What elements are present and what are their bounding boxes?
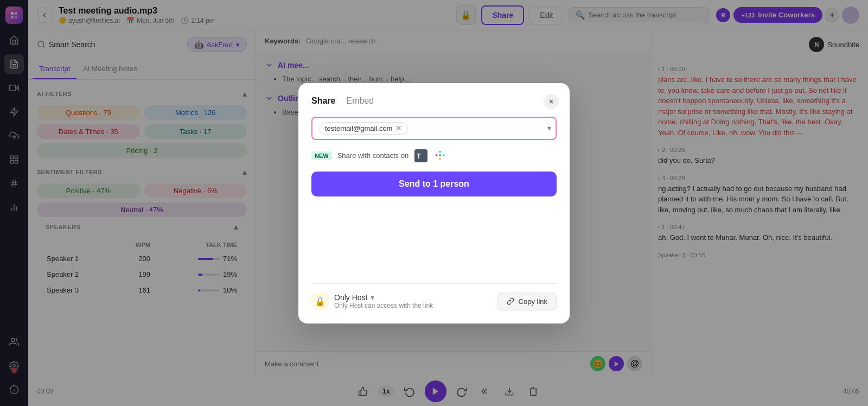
access-label: Only Host ▾ <box>334 293 433 302</box>
svg-rect-37 <box>439 157 441 160</box>
dropdown-arrow[interactable]: ▾ <box>547 124 551 132</box>
copy-link-button[interactable]: Copy link <box>497 293 557 310</box>
send-button[interactable]: Send to 1 person <box>311 172 557 196</box>
email-tag: testemail@gmail.com ✕ <box>319 122 408 135</box>
share-tab[interactable]: Share <box>311 96 335 106</box>
share-contacts-row: NEW Share with contacts on T <box>311 149 557 163</box>
svg-text:T: T <box>417 153 421 160</box>
access-info: 🔒 Only Host ▾ Only Host can access with … <box>311 293 433 310</box>
modal-overlay[interactable]: Share Embed testemail@gmail.com ✕ ▾ NEW <box>0 0 868 406</box>
modal-footer: 🔒 Only Host ▾ Only Host can access with … <box>311 283 557 310</box>
svg-rect-38 <box>443 154 445 156</box>
email-input-container[interactable]: testemail@gmail.com ✕ <box>311 117 557 140</box>
close-icon <box>548 98 554 105</box>
modal-header: Share Embed <box>311 96 557 106</box>
embed-tab[interactable]: Embed <box>346 96 374 106</box>
modal-close-button[interactable] <box>544 94 559 109</box>
email-remove-button[interactable]: ✕ <box>395 124 402 132</box>
svg-rect-36 <box>439 154 441 156</box>
access-text: Only Host ▾ Only Host can access with th… <box>334 293 433 309</box>
share-modal: Share Embed testemail@gmail.com ✕ ▾ NEW <box>298 83 570 323</box>
teams-svg: T <box>414 149 427 162</box>
app-container: Test meeting audio.mp3 🟡 ayush@fireflies… <box>0 0 868 406</box>
access-chevron-icon[interactable]: ▾ <box>371 293 374 302</box>
teams-icon[interactable]: T <box>414 149 428 163</box>
slack-icon[interactable] <box>433 149 448 163</box>
link-icon <box>507 297 514 305</box>
slack-svg <box>435 150 446 162</box>
svg-rect-35 <box>439 150 441 153</box>
svg-rect-34 <box>436 154 438 156</box>
access-lock-icon: 🔒 <box>311 293 329 310</box>
email-field[interactable] <box>412 124 549 132</box>
new-badge: NEW <box>311 151 332 160</box>
email-input-row: testemail@gmail.com ✕ ▾ <box>311 117 557 140</box>
access-desc: Only Host can access with the link <box>334 302 433 309</box>
